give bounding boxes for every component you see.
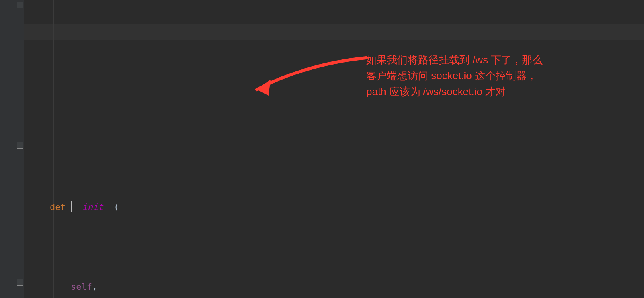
editor-gutter: − − − <box>0 0 24 298</box>
code-line <box>24 112 644 127</box>
fold-line <box>20 0 20 298</box>
current-line-highlight <box>24 24 644 40</box>
code-editor[interactable]: def __init__( self, app: FastAPI, mount_… <box>24 0 644 298</box>
annotation-text: 如果我们将路径挂载到 /ws 下了，那么 客户端想访问 socket.io 这个… <box>366 52 543 100</box>
fold-icon[interactable]: − <box>17 2 23 8</box>
fold-icon[interactable]: − <box>17 142 23 149</box>
fold-icon[interactable]: − <box>17 279 23 286</box>
code-line: def __init__( <box>24 199 644 215</box>
indent-guide <box>79 0 79 298</box>
indent-guide <box>53 0 54 298</box>
code-line: self, <box>24 279 644 295</box>
